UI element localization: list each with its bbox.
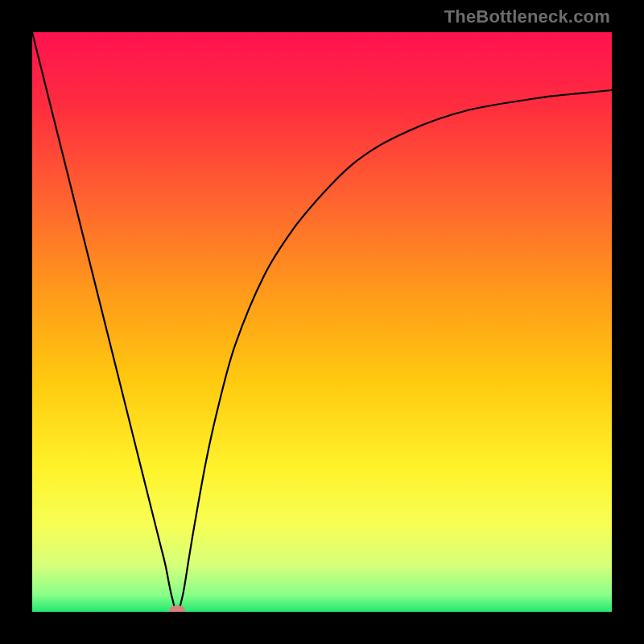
watermark-label: TheBottleneck.com (444, 6, 610, 27)
minimum-marker (169, 605, 185, 612)
chart-frame: TheBottleneck.com (0, 0, 644, 644)
plot-area (32, 32, 612, 612)
bottleneck-curve (32, 32, 612, 612)
